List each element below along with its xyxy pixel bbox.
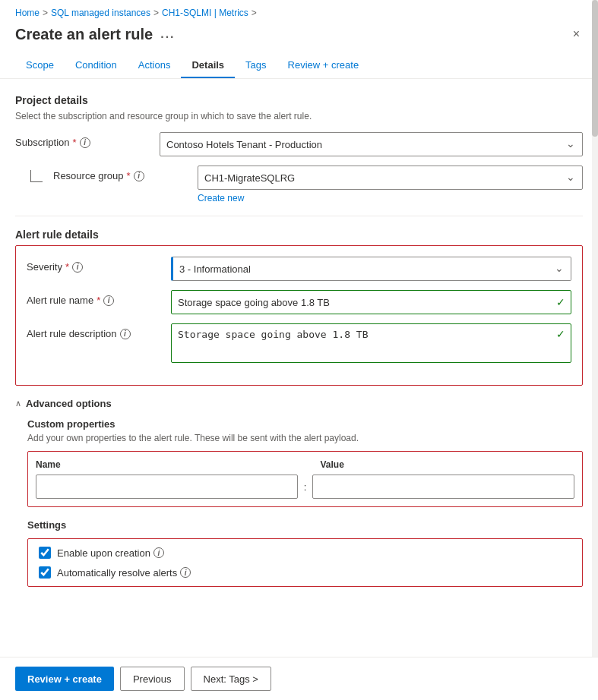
custom-props-spacer: [298, 459, 313, 470]
subscription-required: *: [73, 137, 77, 148]
alert-rule-desc-label: Alert rule description i: [27, 323, 163, 339]
panel-header: Create an alert rule ... ×: [0, 21, 598, 53]
resource-group-label: Resource group * i: [53, 166, 190, 181]
severity-select[interactable]: 3 - Informational: [171, 257, 571, 281]
alert-rule-desc-info-icon[interactable]: i: [120, 329, 131, 339]
subscription-select[interactable]: Contoso Hotels Tenant - Production: [160, 132, 583, 156]
auto-resolve-label: Automatically resolve alerts i: [57, 567, 191, 579]
breadcrumb-sql[interactable]: SQL managed instances: [51, 8, 150, 18]
resource-group-wrapper: CH1-MigrateSQLRG Create new: [198, 166, 583, 203]
scrollbar-track: [592, 0, 598, 700]
tab-condition[interactable]: Condition: [65, 53, 128, 78]
alert-rule-name-label: Alert rule name * i: [27, 290, 163, 306]
advanced-options-header[interactable]: ∧ Advanced options: [15, 398, 583, 409]
tab-bar: Scope Condition Actions Details Tags Rev…: [0, 53, 598, 79]
subscription-row: Subscription * i Contoso Hotels Tenant -…: [15, 132, 583, 156]
auto-resolve-row: Automatically resolve alerts i: [39, 566, 571, 579]
enable-upon-creation-label: Enable upon creation i: [57, 547, 164, 559]
tab-review-create[interactable]: Review + create: [277, 53, 370, 78]
custom-props-value-input[interactable]: [312, 475, 574, 499]
enable-upon-creation-checkbox[interactable]: [39, 547, 51, 559]
breadcrumb: Home > SQL managed instances > CH1-SQLMI…: [0, 0, 598, 21]
alert-rule-desc-wrapper: ✓: [171, 323, 571, 365]
custom-props-name-col-header: Name: [36, 459, 290, 470]
custom-props-colon: :: [304, 481, 307, 493]
resource-group-row: Resource group * i CH1-MigrateSQLRG Crea…: [30, 166, 583, 203]
severity-wrapper: 3 - Informational: [171, 257, 571, 281]
custom-props-title: Custom properties: [27, 418, 583, 430]
resource-group-select-wrapper: CH1-MigrateSQLRG: [198, 166, 583, 190]
review-create-button[interactable]: Review + create: [15, 667, 114, 691]
page-title: Create an alert rule: [15, 26, 153, 43]
tab-details[interactable]: Details: [181, 53, 235, 78]
close-button[interactable]: ×: [570, 24, 583, 44]
subscription-info-icon[interactable]: i: [80, 137, 90, 148]
custom-props-desc: Add your own properties to the alert rul…: [27, 433, 583, 443]
tab-tags[interactable]: Tags: [235, 53, 277, 78]
custom-properties-section: Custom properties Add your own propertie…: [27, 418, 583, 587]
indent-connector-wrapper: [30, 166, 46, 182]
advanced-chevron-icon: ∧: [15, 399, 21, 408]
project-details-title: Project details: [15, 94, 583, 106]
custom-props-value-col-header: Value: [321, 459, 575, 470]
breadcrumb-sep1: >: [43, 8, 48, 18]
project-details-desc: Select the subscription and resource gro…: [15, 111, 583, 121]
resource-group-select[interactable]: CH1-MigrateSQLRG: [198, 166, 583, 190]
custom-props-name-input[interactable]: [36, 475, 298, 499]
severity-required: *: [65, 261, 69, 273]
enable-creation-info-icon[interactable]: i: [153, 547, 164, 558]
indent-connector: [30, 170, 43, 182]
resource-group-required: *: [127, 170, 131, 181]
alert-rule-desc-row: Alert rule description i ✓: [27, 323, 571, 365]
breadcrumb-sep3: >: [252, 8, 257, 18]
alert-rule-desc-input[interactable]: [171, 323, 571, 363]
settings-box: Enable upon creation i Automatically res…: [27, 538, 583, 587]
settings-section: Settings Enable upon creation i Automati…: [27, 519, 583, 587]
subscription-label: Subscription * i: [15, 132, 152, 148]
enable-upon-creation-row: Enable upon creation i: [39, 547, 571, 559]
custom-props-box: Name Value :: [27, 451, 583, 507]
breadcrumb-sep2: >: [153, 8, 159, 18]
breadcrumb-metrics[interactable]: CH1-SQLMI | Metrics: [162, 8, 248, 18]
alert-rule-name-wrapper: ✓: [171, 290, 571, 314]
scrollbar-thumb[interactable]: [592, 0, 598, 137]
create-new-link[interactable]: Create new: [198, 193, 583, 203]
alert-rule-details-title: Alert rule details: [15, 229, 583, 241]
breadcrumb-home[interactable]: Home: [15, 8, 40, 18]
auto-resolve-info-icon[interactable]: i: [180, 567, 191, 578]
resource-group-info-icon[interactable]: i: [134, 171, 144, 181]
section-divider-1: [15, 216, 583, 216]
subscription-wrapper: Contoso Hotels Tenant - Production: [160, 132, 583, 156]
alert-rule-name-row: Alert rule name * i ✓: [27, 290, 571, 314]
alert-rule-name-required: *: [97, 295, 100, 306]
panel-title-group: Create an alert rule ...: [15, 26, 176, 43]
custom-props-header: Name Value: [36, 459, 574, 470]
tab-scope[interactable]: Scope: [15, 53, 65, 78]
settings-title: Settings: [27, 519, 583, 531]
alert-rule-details-box: Severity * i 3 - Informational Alert rul…: [15, 245, 583, 386]
main-content: Project details Select the subscription …: [0, 79, 598, 700]
advanced-options-title: Advanced options: [26, 398, 112, 409]
auto-resolve-checkbox[interactable]: [39, 566, 51, 579]
tab-actions[interactable]: Actions: [128, 53, 182, 78]
footer: Review + create Previous Next: Tags >: [0, 657, 598, 700]
previous-button[interactable]: Previous: [120, 667, 185, 691]
alert-rule-desc-check-icon: ✓: [556, 328, 565, 340]
alert-rule-name-check-icon: ✓: [556, 296, 565, 308]
severity-row: Severity * i 3 - Informational: [27, 257, 571, 281]
severity-info-icon[interactable]: i: [72, 262, 83, 273]
more-options-icon[interactable]: ...: [160, 27, 175, 41]
custom-props-row-1: :: [36, 475, 574, 499]
next-tags-button[interactable]: Next: Tags >: [191, 667, 271, 691]
alert-rule-name-input[interactable]: [171, 290, 571, 314]
alert-rule-name-info-icon[interactable]: i: [103, 295, 114, 306]
severity-label: Severity * i: [27, 257, 163, 273]
